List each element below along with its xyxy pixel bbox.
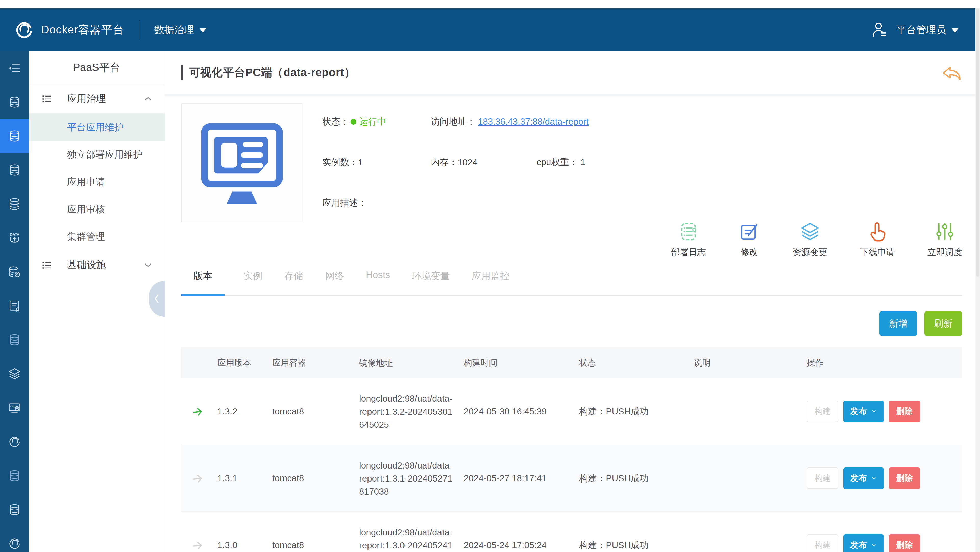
rail-item-database-2[interactable]	[0, 153, 29, 187]
chevron-down-icon	[870, 543, 877, 547]
rail-item-database-5[interactable]	[0, 493, 29, 526]
action-offline-request[interactable]: 下线申请	[860, 219, 895, 258]
sidebar-item-app-apply[interactable]: 应用申请	[29, 168, 165, 196]
publish-button[interactable]: 发布	[843, 400, 884, 422]
info-row-3: 应用描述：	[322, 197, 589, 209]
build-button: 构建	[807, 534, 838, 552]
rail-item-database-gear[interactable]	[0, 255, 29, 289]
cell-image: longcloud2:98/uat/data-report:1.3.0-2024…	[356, 526, 461, 552]
refresh-button[interactable]: 刷新	[924, 311, 962, 336]
memory-field: 内存： 1024	[431, 156, 537, 168]
status-value: 运行中	[360, 116, 386, 128]
app-info-section: 状态： 运行中 访问地址： 183.36.43.37:88/data-repor…	[181, 96, 962, 238]
action-label: 修改	[738, 246, 760, 258]
app-title: Docker容器平台	[41, 22, 124, 37]
sidebar-collapse-handle[interactable]	[149, 281, 165, 317]
sidebar-group-app-governance[interactable]: 应用治理	[29, 84, 165, 113]
action-deploy-log[interactable]: 部署日志	[671, 219, 706, 258]
tab-env-vars[interactable]: 环境变量	[409, 262, 453, 295]
rail-item-database-4[interactable]	[0, 459, 29, 493]
action-label: 立即调度	[928, 246, 962, 258]
table-row: 1.3.2 tomcat8 longcloud2:98/uat/data-rep…	[181, 378, 962, 445]
add-button[interactable]: 新增	[880, 311, 917, 336]
app-actions: 部署日志 修改 资源变更 下线申请 立即调度	[671, 219, 962, 258]
docker-platform-app: Docker容器平台 数据治理 平台管理员 PaaS平台	[0, 0, 980, 552]
caret-down-icon	[952, 28, 958, 33]
action-schedule-now[interactable]: 立即调度	[928, 219, 962, 258]
rail-item-data-flow[interactable]	[0, 221, 29, 255]
running-dot-icon	[351, 119, 356, 124]
tab-network[interactable]: 网络	[322, 262, 347, 295]
instances-label: 实例数：	[322, 156, 358, 168]
description-label: 应用描述：	[322, 197, 367, 209]
sidebar-group-infrastructure[interactable]: 基础设施	[29, 250, 165, 279]
cell-container: tomcat8	[269, 540, 356, 550]
header-image-address: 镜像地址	[356, 356, 461, 369]
sidebar-item-cluster-management[interactable]: 集群管理	[29, 223, 165, 250]
cell-version: 1.3.1	[215, 473, 269, 483]
caret-down-icon	[200, 28, 206, 33]
publish-label: 发布	[850, 539, 867, 551]
back-icon[interactable]	[940, 63, 962, 82]
action-label: 部署日志	[671, 246, 706, 258]
info-row-1: 状态： 运行中 访问地址： 183.36.43.37:88/data-repor…	[322, 116, 589, 128]
delete-button[interactable]: 删除	[889, 400, 920, 422]
page-title: 可视化平台PC端（data-report）	[189, 65, 355, 80]
cell-build-time: 2024-05-24 17:05:24	[461, 540, 576, 550]
status-label: 状态：	[322, 116, 349, 128]
chevron-down-icon	[870, 476, 877, 480]
rail-item-document-seal[interactable]	[0, 289, 29, 323]
tab-hosts[interactable]: Hosts	[363, 262, 393, 295]
tab-version[interactable]: 版本	[181, 262, 224, 296]
cpu-value: 1	[580, 157, 585, 167]
chevron-down-icon	[144, 261, 152, 270]
action-label: 资源变更	[793, 246, 827, 258]
memory-value: 1024	[458, 157, 477, 168]
rail-menu-toggle[interactable]	[0, 51, 29, 85]
cell-version: 1.3.2	[215, 406, 269, 416]
publish-label: 发布	[850, 406, 867, 417]
rail-item-database-1[interactable]	[0, 85, 29, 119]
build-button: 构建	[807, 400, 838, 422]
header-status: 状态	[576, 357, 691, 369]
nav-menu-data-governance[interactable]: 数据治理	[154, 23, 206, 37]
rail-item-database-3[interactable]	[0, 323, 29, 357]
rail-item-swirl-1[interactable]	[0, 424, 29, 459]
rail-item-swirl-2[interactable]	[0, 526, 29, 552]
tab-storage[interactable]: 存储	[281, 262, 306, 295]
cell-build-time: 2024-05-30 16:45:39	[461, 406, 576, 416]
detail-tabs: 版本 实例 存储 网络 Hosts 环境变量 应用监控	[181, 262, 962, 296]
user-menu[interactable]: 平台管理员	[871, 21, 958, 38]
cell-build-time: 2024-05-27 18:17:41	[461, 473, 576, 483]
rail-item-monitor-gear[interactable]	[0, 391, 29, 424]
page-scrollbar[interactable]	[975, 8, 980, 552]
rail-item-database-selected[interactable]	[0, 119, 29, 153]
instances-field: 实例数： 1	[322, 156, 431, 168]
publish-button[interactable]: 发布	[843, 534, 884, 552]
main-content: 可视化平台PC端（data-report） 状态：	[165, 51, 975, 552]
rail-item-database-server[interactable]	[0, 187, 29, 221]
cell-container: tomcat8	[269, 406, 356, 416]
publish-button[interactable]: 发布	[843, 467, 884, 489]
action-modify[interactable]: 修改	[738, 219, 760, 258]
table-header: 应用版本 应用容器 镜像地址 构建时间 状态 说明 操作	[181, 348, 962, 378]
top-navbar: Docker容器平台 数据治理 平台管理员	[0, 8, 980, 51]
cpu-field: cpu权重： 1	[537, 156, 585, 168]
title-accent-bar	[181, 65, 183, 80]
action-resource-change[interactable]: 资源变更	[793, 219, 827, 258]
hand-icon	[867, 221, 888, 242]
tab-instance[interactable]: 实例	[240, 262, 266, 295]
sidebar-item-app-review[interactable]: 应用审核	[29, 196, 165, 223]
delete-button[interactable]: 删除	[889, 534, 920, 552]
address-link[interactable]: 183.36.43.37:88/data-report	[478, 116, 589, 126]
user-icon	[871, 21, 888, 38]
delete-button[interactable]: 删除	[889, 467, 920, 489]
scrollbar-thumb[interactable]	[976, 8, 980, 276]
status-field: 状态： 运行中	[322, 116, 431, 128]
sidebar-item-standalone-app-maintenance[interactable]: 独立部署应用维护	[29, 141, 165, 168]
header-app-version: 应用版本	[215, 357, 269, 369]
sidebar-item-platform-app-maintenance[interactable]: 平台应用维护	[29, 113, 165, 141]
current-version-arrow-icon	[191, 405, 204, 418]
tab-app-monitoring[interactable]: 应用监控	[469, 262, 513, 295]
rail-item-layers[interactable]	[0, 357, 29, 391]
